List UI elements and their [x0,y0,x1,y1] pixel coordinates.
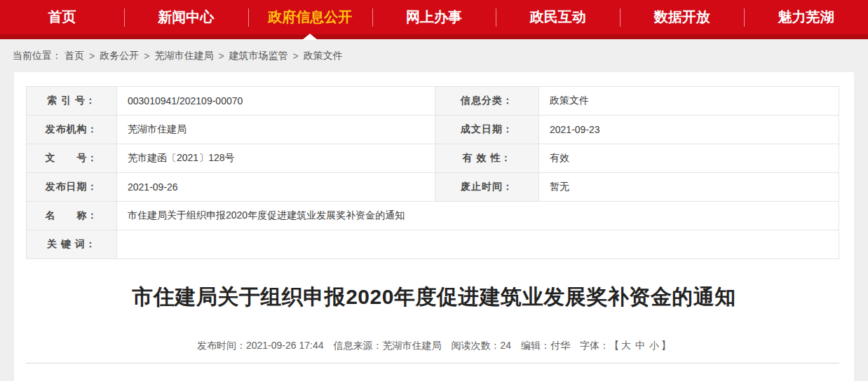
article-title: 市住建局关于组织申报2020年度促进建筑业发展奖补资金的通知 [42,283,826,312]
top-nav: 首页 新闻中心 政府信息公开 网上办事 政民互动 数据开放 魅力芜湖 [0,0,868,39]
nav-item-label: 政府信息公开 [268,8,352,27]
field-label-validity: 有 效 性： [435,144,538,172]
meta-publish-time: 发布时间：2021-09-26 17:44 [197,340,324,352]
views-label: 阅读次数： [451,340,500,351]
document-info-table: 索 引 号： 003010941/202109-00070 信息分类： 政策文件… [26,86,839,259]
table-row: 发布日期： 2021-09-26 废止时间： 暂无 [27,172,839,201]
breadcrumb-gov-affairs[interactable]: 政务公开 [100,50,139,62]
nav-item-gov-info-disclosure[interactable]: 政府信息公开 [248,0,372,34]
field-value-doc-number: 芜市建函〔2021〕128号 [116,144,435,172]
nav-item-label: 魅力芜湖 [778,8,834,27]
font-size-medium-button[interactable]: 中 [635,340,645,351]
publish-time-label: 发布时间： [197,340,246,351]
bracket-open: 【 [609,340,619,351]
breadcrumb-housing-bureau[interactable]: 芜湖市住建局 [154,50,213,62]
meta-editor: 编辑：付华 [521,340,570,352]
nav-item-charming-wuhu[interactable]: 魅力芜湖 [744,0,868,34]
nav-item-open-data[interactable]: 数据开放 [620,0,744,34]
nav-item-label: 数据开放 [654,8,710,27]
nav-item-online-services[interactable]: 网上办事 [372,0,496,34]
field-label-written-date: 成文日期： [435,116,538,144]
nav-item-home[interactable]: 首页 [0,0,124,34]
field-value-index-number: 003010941/202109-00070 [116,87,435,115]
nav-bottom-strip [0,34,868,39]
breadcrumb-prefix: 当前位置： [13,50,62,62]
field-label-document-name: 名 称： [27,202,116,230]
active-tab-pointer-icon [302,34,318,40]
meta-view-count: 阅读次数：24 [451,340,511,352]
breadcrumb-separator: > [218,50,224,62]
meta-divider [26,363,839,363]
breadcrumb-separator: > [293,50,299,62]
font-size-label: 字体： [580,340,609,351]
nav-item-label: 新闻中心 [158,8,214,27]
field-label-publish-date: 发布日期： [27,173,116,201]
field-label-repeal-date: 废止时间： [435,173,538,201]
nav-item-label: 网上办事 [406,8,462,27]
field-value-document-name: 市住建局关于组织申报2020年度促进建筑业发展奖补资金的通知 [116,202,839,230]
table-row: 索 引 号： 003010941/202109-00070 信息分类： 政策文件 [27,87,839,115]
nav-row: 首页 新闻中心 政府信息公开 网上办事 政民互动 数据开放 魅力芜湖 [0,0,868,34]
table-row: 文 号： 芜市建函〔2021〕128号 有 效 性： 有效 [27,144,839,172]
field-value-publish-date: 2021-09-26 [116,173,435,201]
nav-item-label: 首页 [48,8,76,27]
breadcrumb-market-supervision[interactable]: 建筑市场监管 [229,50,288,62]
breadcrumb-separator: > [89,50,95,62]
field-label-doc-number: 文 号： [27,144,116,172]
source-value: 芜湖市住建局 [382,340,441,351]
nav-item-public-interaction[interactable]: 政民互动 [496,0,620,34]
editor-value: 付华 [550,340,570,351]
table-row: 关 键 词： [27,230,839,258]
field-label-info-category: 信息分类： [435,87,538,115]
bracket-close: 】 [661,340,671,351]
table-row: 发布机构： 芜湖市住建局 成文日期： 2021-09-23 [27,115,839,144]
breadcrumb-policy-documents[interactable]: 政策文件 [304,50,343,62]
publish-time-value: 2021-09-26 17:44 [246,340,324,351]
meta-source: 信息来源：芜湖市住建局 [333,340,441,352]
font-size-large-button[interactable]: 大 [621,340,631,351]
table-row: 名 称： 市住建局关于组织申报2020年度促进建筑业发展奖补资金的通知 [27,201,839,230]
meta-font-size-controls: 字体：【大中小】 [580,340,671,352]
field-label-keywords: 关 键 词： [27,230,116,258]
field-value-keywords [116,230,839,258]
font-size-small-button[interactable]: 小 [649,340,659,351]
nav-item-news-center[interactable]: 新闻中心 [124,0,248,34]
field-value-written-date: 2021-09-23 [538,116,839,144]
breadcrumb: 当前位置： 首页 > 政务公开 > 芜湖市住建局 > 建筑市场监管 > 政策文件 [0,39,868,72]
field-value-repeal-date: 暂无 [538,173,839,201]
field-value-issuing-agency: 芜湖市住建局 [116,116,435,144]
nav-item-label: 政民互动 [530,8,586,27]
breadcrumb-home[interactable]: 首页 [65,50,84,62]
editor-label: 编辑： [521,340,550,351]
source-label: 信息来源： [333,340,382,351]
breadcrumb-separator: > [144,50,149,62]
views-value: 24 [500,340,511,351]
article-meta: 发布时间：2021-09-26 17:44 信息来源：芜湖市住建局 阅读次数：2… [14,340,854,352]
content-panel: 索 引 号： 003010941/202109-00070 信息分类： 政策文件… [14,72,854,381]
field-value-info-category: 政策文件 [538,87,839,115]
field-value-validity: 有效 [538,144,839,172]
field-label-index-number: 索 引 号： [27,87,116,115]
field-label-issuing-agency: 发布机构： [27,116,116,144]
